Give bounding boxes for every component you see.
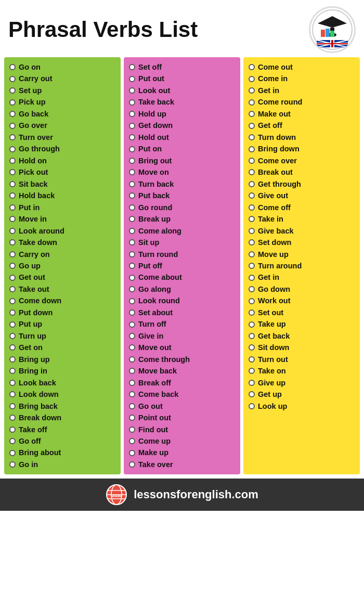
bullet-icon xyxy=(9,263,16,269)
list-item: Hold on xyxy=(9,155,118,166)
phrasal-verb-label: Bring down xyxy=(258,143,300,154)
phrasal-verb-label: Look round xyxy=(138,295,180,306)
list-item: Turn out xyxy=(249,354,357,365)
bullet-icon xyxy=(249,263,255,269)
svg-rect-4 xyxy=(321,30,325,37)
phrasal-verb-label: Come about xyxy=(138,272,182,283)
bullet-icon xyxy=(9,298,16,304)
bullet-icon xyxy=(129,415,135,421)
bullet-icon xyxy=(9,87,16,94)
list-item: Put down xyxy=(9,307,118,318)
phrasal-verb-label: Go down xyxy=(258,283,290,295)
list-item: Take over xyxy=(129,459,237,470)
bullet-icon xyxy=(129,380,135,386)
phrasal-verb-label: Find out xyxy=(138,424,168,435)
phrasal-verb-label: Bring in xyxy=(19,365,47,377)
phrasal-verb-label: Pick out xyxy=(19,166,48,178)
list-item: Go back xyxy=(9,108,118,120)
phrasal-verb-label: Take over xyxy=(138,459,173,470)
bullet-icon xyxy=(9,368,16,374)
bullet-icon xyxy=(9,286,16,292)
list-item: Put up xyxy=(9,318,118,330)
columns-wrapper: Go onCarry outSet upPick upGo backGo ove… xyxy=(0,57,364,479)
bullet-icon xyxy=(129,333,135,339)
phrasal-verb-label: Go over xyxy=(19,120,47,131)
phrasal-verb-label: Take out xyxy=(19,283,49,295)
bullet-icon xyxy=(249,216,255,222)
phrasal-verb-label: Go up xyxy=(19,260,41,272)
bullet-icon xyxy=(9,169,16,175)
list-item: Come through xyxy=(129,354,237,365)
bullet-icon xyxy=(9,321,16,328)
phrasal-verb-label: Bring back xyxy=(19,401,58,412)
bullet-icon xyxy=(9,239,16,246)
list-item: Put on xyxy=(129,143,237,154)
bullet-icon xyxy=(249,298,255,304)
list-item: Bring up xyxy=(9,354,118,365)
list-item: Look around xyxy=(9,225,118,237)
phrasal-verb-label: Break up xyxy=(138,213,171,225)
list-item: Turn up xyxy=(9,330,118,342)
bullet-icon xyxy=(129,76,135,82)
phrasal-verb-label: Set down xyxy=(258,237,291,248)
bullet-icon xyxy=(249,123,255,129)
phrasal-verb-label: Come through xyxy=(138,354,190,365)
list-item: Make out xyxy=(249,108,357,120)
bullet-icon xyxy=(129,356,135,363)
list-item: Take in xyxy=(249,213,357,225)
list-item: Go round xyxy=(129,202,237,213)
bullet-icon xyxy=(249,309,255,316)
list-item: Pick up xyxy=(9,96,118,108)
bullet-icon xyxy=(129,391,135,397)
bullet-icon xyxy=(9,204,16,211)
list-item: Break down xyxy=(9,412,118,423)
footer-url: lessonsforenglish.com xyxy=(134,488,258,501)
list-item: Come along xyxy=(129,225,237,237)
phrasal-verb-label: Come out xyxy=(258,61,293,73)
phrasal-verb-label: Go on xyxy=(19,61,41,73)
list-item: Give back xyxy=(249,225,357,237)
list-item: Put in xyxy=(9,202,118,213)
phrasal-verb-label: Pick up xyxy=(19,96,46,108)
list-item: Bring out xyxy=(129,155,237,166)
bullet-icon xyxy=(9,275,16,281)
phrasal-verb-label: Put back xyxy=(138,190,170,201)
list-item: Come up xyxy=(129,435,237,447)
list-item: Come about xyxy=(129,272,237,283)
phrasal-verb-label: Bring up xyxy=(19,354,50,365)
list-item: Pick out xyxy=(9,166,118,178)
phrasal-verb-label: Sit back xyxy=(19,178,48,190)
bullet-icon xyxy=(129,123,135,129)
bullet-icon xyxy=(249,286,255,292)
page-title: Phrasal Verbs List xyxy=(8,19,198,41)
phrasal-verb-label: Go off xyxy=(19,435,41,447)
bullet-icon xyxy=(9,427,16,433)
phrasal-verb-label: Put out xyxy=(138,73,164,84)
bullet-icon xyxy=(249,64,255,70)
phrasal-verb-label: Come off xyxy=(258,202,291,213)
list-item: Hold back xyxy=(9,190,118,201)
bullet-icon xyxy=(249,380,255,386)
phrasal-verb-label: Get down xyxy=(138,120,173,131)
phrasal-verb-label: Turn up xyxy=(19,330,46,342)
phrasal-verb-label: Give out xyxy=(258,190,288,201)
bullet-icon xyxy=(9,111,16,117)
bullet-icon xyxy=(129,403,135,409)
list-item: Look back xyxy=(9,377,118,389)
list-item: Go in xyxy=(9,459,118,470)
list-item: Move on xyxy=(129,166,237,178)
phrasal-verb-label: Get through xyxy=(258,178,301,190)
list-item: Find out xyxy=(129,424,237,435)
list-item: Put out xyxy=(129,73,237,84)
phrasal-verb-label: Take off xyxy=(19,424,47,435)
bullet-icon xyxy=(129,192,135,199)
phrasal-verb-label: Hold on xyxy=(19,155,47,166)
phrasal-verb-label: Move in xyxy=(19,213,47,225)
bullet-icon xyxy=(129,99,135,106)
phrasal-verb-label: Turn out xyxy=(258,354,288,365)
list-item: Move up xyxy=(249,249,357,260)
phrasal-verb-label: Take in xyxy=(258,213,283,225)
list-item: Go over xyxy=(9,120,118,131)
list-item: Get up xyxy=(249,389,357,400)
list-item: Give in xyxy=(129,330,237,342)
